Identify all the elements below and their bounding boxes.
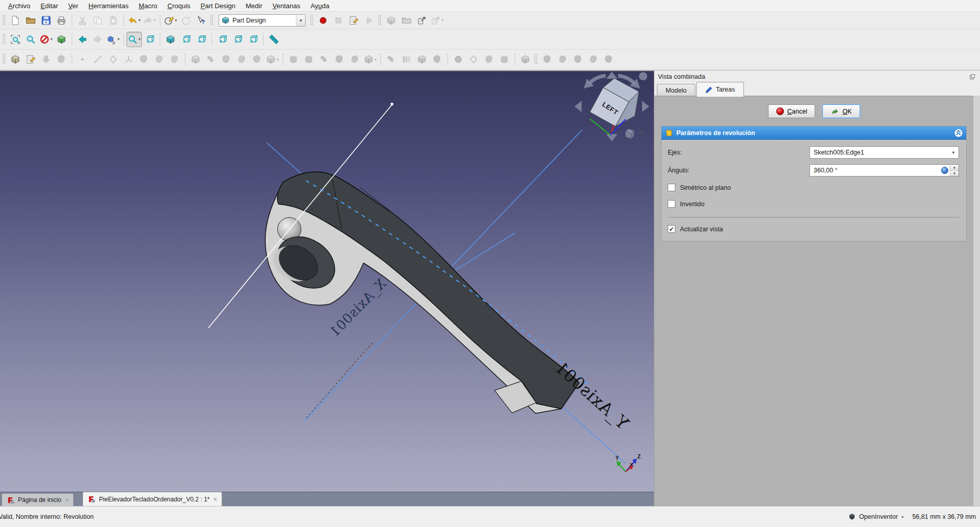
navcube-corner-dot[interactable]	[639, 72, 647, 80]
fit-selection-button[interactable]	[23, 32, 38, 47]
collapse-section-button[interactable]	[954, 129, 963, 137]
tilt-right-arrow[interactable]	[642, 101, 649, 112]
fit-all-button[interactable]	[8, 32, 23, 47]
toolbar-grip[interactable]	[2, 54, 6, 65]
print-button[interactable]	[54, 13, 69, 28]
menu-archivo[interactable]: Archivo	[3, 1, 35, 11]
symmetric-to-plane-checkbox[interactable]	[668, 184, 675, 191]
tilt-down-arrow[interactable]	[606, 134, 617, 141]
clone-icon	[169, 54, 180, 64]
view-front-button[interactable]	[163, 32, 178, 47]
menu-croquis[interactable]: Croquis	[162, 1, 196, 11]
navcube-menu-arrow[interactable]	[638, 131, 644, 135]
construction-line-endpoint[interactable]	[391, 103, 393, 105]
menu-ayuda[interactable]: Ayuda	[306, 1, 335, 11]
macro-edit-button[interactable]	[346, 13, 361, 28]
whats-this-button[interactable]	[194, 13, 209, 28]
view-bottom-button[interactable]	[230, 32, 245, 47]
fit-selection-icon	[26, 34, 36, 45]
angle-decrease-button[interactable]: ▼	[950, 171, 958, 177]
open-file-button[interactable]	[23, 13, 38, 28]
navigation-cube[interactable]: LEFT	[574, 72, 649, 141]
navcube-mini-cube[interactable]	[626, 129, 634, 139]
toolbar-grip[interactable]	[210, 15, 214, 26]
status-bar: Valid, Nombre interno: Revolution OpenIn…	[0, 506, 980, 527]
edit-mode-dropdown-arrow[interactable]: ▾	[175, 18, 177, 23]
close-tab-button[interactable]: ×	[213, 496, 217, 502]
renderer-selector[interactable]: OpenInventor	[859, 513, 898, 520]
inverted-checkbox[interactable]	[668, 200, 675, 208]
workbench-dropdown-arrow[interactable]: ▾	[296, 15, 305, 26]
menu-ver[interactable]: Ver	[63, 1, 83, 11]
menu-medir[interactable]: Medir	[241, 1, 268, 11]
toolbar-grip[interactable]	[310, 15, 313, 26]
menu-herramientas[interactable]: Herramientas	[83, 1, 134, 11]
view-axonometric-button[interactable]	[142, 32, 157, 47]
view-top-button[interactable]	[178, 32, 194, 47]
nav-back-button[interactable]	[75, 32, 90, 47]
cancel-button[interactable]: Cancel	[768, 104, 816, 118]
view-right-button[interactable]	[194, 32, 209, 47]
toolbar-grip[interactable]	[534, 54, 538, 65]
toolbar-separator	[185, 53, 185, 65]
view-isometric-button[interactable]	[54, 32, 69, 47]
macro-record-button[interactable]	[315, 13, 331, 28]
linear-pattern-icon	[401, 54, 412, 64]
tilt-left-arrow[interactable]	[574, 101, 582, 112]
workbench-selector[interactable]: Part Design▾	[219, 14, 306, 27]
workbench-value: Part Design	[232, 17, 293, 24]
doc-tab-start-page[interactable]: Página de inicio×	[2, 493, 74, 506]
close-tab-button[interactable]: ×	[65, 497, 69, 503]
create-body-button[interactable]	[8, 52, 23, 67]
menu-macro[interactable]: Macro	[134, 1, 162, 11]
pd-tool-3-button	[570, 52, 586, 67]
view-left-icon	[248, 34, 258, 45]
copy-button	[90, 13, 105, 28]
3d-scene[interactable]: X_Axis001 Y_Axis001 LEFT	[0, 71, 654, 492]
menu-part-design[interactable]: Part Design	[196, 1, 241, 11]
ok-button[interactable]: OK	[822, 104, 860, 118]
model-3d[interactable]	[265, 172, 579, 413]
toolbar-grip[interactable]	[2, 15, 6, 26]
undo-button[interactable]: ▾	[126, 13, 142, 28]
toolbar-grip[interactable]	[378, 15, 381, 26]
view-rear-icon	[217, 34, 227, 45]
create-sketch-button[interactable]	[23, 52, 38, 67]
panel-scrollbar[interactable]	[973, 96, 980, 506]
save-file-button[interactable]	[38, 13, 54, 28]
toolbar-grip[interactable]	[2, 34, 6, 45]
tab-tareas[interactable]: Tareas	[696, 82, 744, 97]
draw-style-button[interactable]: ▾	[38, 32, 54, 47]
zoom-tool-button[interactable]: ▾	[126, 32, 142, 47]
draw-style-icon	[39, 34, 50, 45]
axis-dropdown-arrow[interactable]: ▾	[948, 150, 958, 155]
tab-modelo[interactable]: Modelo	[657, 84, 695, 97]
float-panel-button[interactable]	[969, 73, 976, 80]
angle-increase-button[interactable]: ▲	[950, 165, 958, 171]
menu-ventanas[interactable]: Ventanas	[267, 1, 305, 11]
new-file-button[interactable]	[8, 13, 23, 28]
make-link-button[interactable]	[414, 13, 430, 28]
renderer-dropdown-arrow[interactable]: ▾	[902, 515, 904, 519]
polar-pattern-icon	[417, 54, 427, 64]
menu-editar[interactable]: Editar	[35, 1, 63, 11]
view-rear-button[interactable]	[215, 32, 230, 47]
zoom-tool-dropdown-arrow[interactable]: ▾	[138, 37, 140, 41]
active-view-dropdown-arrow[interactable]: ▾	[117, 37, 119, 41]
measure-distance-button[interactable]	[266, 32, 282, 47]
view-left-button[interactable]	[245, 32, 261, 47]
expression-editor-icon[interactable]	[941, 167, 948, 174]
sketch-edge-line[interactable]	[446, 233, 515, 276]
undo-dropdown-arrow[interactable]: ▾	[138, 18, 140, 23]
update-view-checkbox[interactable]	[668, 225, 675, 233]
active-view-button[interactable]: ▾	[105, 32, 121, 47]
rotate-left-arrow[interactable]	[589, 76, 606, 84]
edit-mode-button[interactable]: ▾	[163, 13, 178, 28]
axis-select[interactable]: Sketch005:Edge1 ▾	[809, 146, 959, 159]
angle-input[interactable]: 360,00 ° ▲ ▼	[809, 164, 959, 177]
tilt-up-arrow[interactable]	[606, 72, 617, 79]
3d-viewport[interactable]: X_Axis001 Y_Axis001 LEFT	[0, 71, 654, 492]
doc-tab-document[interactable]: PieElevadorTecladoOrdenador_V0.2 : 1*×	[82, 492, 222, 506]
chamfer-button	[466, 52, 481, 67]
draw-style-dropdown-arrow[interactable]: ▾	[50, 37, 52, 41]
